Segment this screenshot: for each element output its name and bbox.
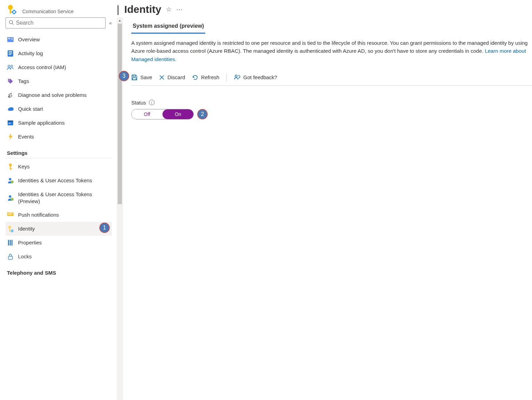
sidebar-item-label: Identities & User Access Tokens (Preview… (18, 191, 109, 205)
svg-rect-38 (8, 256, 13, 259)
sidebar-item-quick-start[interactable]: Quick start (6, 102, 112, 116)
sidebar-section-settings: Settings (6, 145, 112, 158)
sidebar-item-label: Locks (18, 253, 109, 260)
description-text: A system assigned managed identity is re… (131, 40, 527, 54)
identities-preview-icon (7, 194, 14, 201)
svg-rect-12 (9, 51, 12, 52)
search-icon (9, 20, 14, 26)
sidebar-item-properties[interactable]: Properties (6, 236, 112, 250)
feedback-label: Got feedback? (243, 74, 277, 80)
svg-rect-21 (9, 123, 10, 124)
svg-rect-34 (10, 229, 14, 232)
svg-rect-37 (11, 240, 13, 245)
callout-badge-3: 3 (119, 71, 129, 81)
svg-rect-8 (8, 38, 10, 39)
properties-icon (7, 239, 14, 246)
status-toggle[interactable]: Off On (131, 109, 194, 119)
sidebar-item-diagnose[interactable]: Diagnose and solve problems (6, 88, 112, 102)
more-ellipsis-icon[interactable]: ⋯ (176, 6, 183, 13)
diagnose-icon (7, 92, 14, 99)
push-notifications-icon (7, 211, 14, 218)
sidebar-item-keys[interactable]: Keys (6, 160, 112, 174)
sidebar-item-label: Keys (18, 163, 109, 170)
svg-rect-30 (8, 213, 13, 214)
scroll-thumb[interactable] (118, 24, 122, 204)
svg-point-17 (9, 80, 10, 81)
svg-point-5 (9, 20, 13, 24)
save-icon (131, 74, 138, 81)
discard-button[interactable]: Discard (159, 74, 185, 80)
keys-icon (7, 163, 14, 170)
svg-point-26 (11, 181, 14, 183)
sidebar-item-label: Events (18, 133, 109, 140)
callout-badge-2: 2 (197, 109, 208, 119)
sidebar-item-activity-log[interactable]: Activity log (6, 47, 112, 60)
sidebar-item-push-notifications[interactable]: Push notifications (6, 208, 112, 222)
svg-rect-35 (8, 240, 9, 245)
search-input[interactable] (16, 20, 102, 26)
toggle-off[interactable]: Off (132, 109, 163, 119)
tab-system-assigned[interactable]: System assigned (preview) (131, 19, 205, 34)
sidebar-item-sample-apps[interactable]: Sample applications (6, 116, 112, 130)
refresh-icon (192, 74, 198, 81)
sidebar-item-label: Properties (18, 239, 109, 246)
sidebar-item-events[interactable]: Events (6, 130, 112, 144)
save-button[interactable]: Save (131, 74, 152, 81)
events-icon (7, 133, 14, 140)
svg-point-43 (235, 75, 237, 77)
sidebar-item-identities-tokens[interactable]: Identities & User Access Tokens (6, 174, 112, 188)
identities-icon (7, 177, 14, 184)
svg-point-16 (11, 65, 13, 67)
nav-list: Overview Activity log Access control (IA… (6, 33, 113, 400)
status-row: Status i (131, 100, 532, 106)
svg-point-18 (8, 96, 10, 97)
svg-rect-10 (11, 39, 13, 40)
toolbar: 3 Save Discard Refresh (131, 74, 532, 86)
sample-apps-icon (7, 119, 14, 126)
sidebar-item-access-control[interactable]: Access control (IAM) (6, 60, 112, 74)
content-area: ▲ System assigned (preview) A system ass… (117, 17, 532, 400)
feedback-icon (234, 74, 241, 81)
callout-badge-1: 1 (99, 223, 110, 233)
collapse-sidebar-icon[interactable]: « (108, 19, 113, 27)
description: A system assigned managed identity is re… (131, 39, 532, 63)
access-control-icon (7, 64, 14, 71)
sidebar-item-label: Sample applications (18, 119, 109, 126)
sidebar-item-label: Overview (18, 36, 109, 43)
svg-rect-39 (133, 75, 135, 77)
quick-start-icon (7, 106, 14, 112)
sidebar-item-label: Access control (IAM) (18, 64, 109, 71)
sidebar-item-identities-tokens-preview[interactable]: Identities & User Access Tokens (Preview… (6, 188, 112, 208)
svg-rect-1 (10, 9, 11, 14)
svg-point-22 (9, 164, 12, 166)
resource-subtitle: Communication Service (22, 9, 74, 14)
sidebar-item-tags[interactable]: Tags (6, 74, 112, 88)
svg-rect-40 (133, 78, 136, 80)
sidebar-item-locks[interactable]: Locks (6, 250, 112, 264)
sidebar-item-label: Quick start (18, 106, 109, 112)
toggle-on[interactable]: On (163, 109, 193, 119)
scroll-up-icon[interactable]: ▲ (117, 17, 123, 24)
svg-point-25 (9, 178, 11, 181)
feedback-button[interactable]: Got feedback? (234, 74, 277, 81)
resource-icon (6, 3, 18, 16)
sidebar-item-identity[interactable]: Identity 1 (6, 222, 112, 236)
svg-point-32 (8, 226, 11, 228)
svg-point-28 (11, 198, 14, 201)
sidebar-item-overview[interactable]: Overview (6, 33, 112, 47)
search-box[interactable] (6, 17, 106, 28)
activity-log-icon (7, 50, 14, 57)
sidebar-item-label: Push notifications (18, 211, 109, 218)
svg-line-6 (12, 23, 14, 25)
title-separator: | (117, 3, 119, 15)
refresh-button[interactable]: Refresh (192, 74, 219, 81)
sidebar-item-label: Identities & User Access Tokens (18, 177, 109, 184)
identity-icon (7, 225, 14, 232)
info-icon[interactable]: i (149, 100, 155, 105)
sidebar-item-label: Tags (18, 78, 109, 85)
overview-icon (7, 36, 14, 43)
svg-rect-36 (10, 240, 11, 245)
sidebar-item-label: Diagnose and solve problems (18, 92, 109, 99)
toolbar-divider (226, 74, 227, 81)
favorite-star-icon[interactable]: ☆ (166, 6, 172, 13)
